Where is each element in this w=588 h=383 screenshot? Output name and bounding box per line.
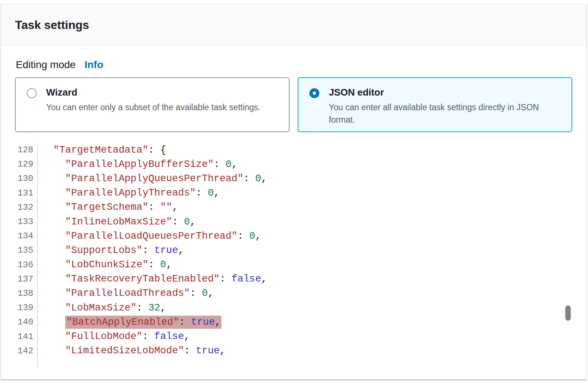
indent [41, 259, 65, 270]
code-text: "LobMaxSize": 32, [38, 302, 166, 313]
json-value: 0 [202, 288, 207, 299]
editor-line[interactable]: 137 "TaskRecoveryTableEnabled": false, [15, 272, 572, 286]
json-key: "ParallelLoadQueuesPerThread" [65, 231, 238, 242]
panel-body: Editing mode Info Wizard You can enter o… [1, 46, 586, 367]
code-text: "ParallelApplyBufferSize": 0, [38, 159, 238, 170]
highlighted-token: "BatchApplyEnabled": true, [65, 316, 221, 329]
code-text: "LobChunkSize": 0, [38, 259, 172, 270]
editor-line[interactable]: 128 "TargetMetadata": { [15, 143, 572, 157]
json-separator: : [179, 317, 191, 328]
line-number: 130 [15, 171, 38, 186]
indent [41, 231, 65, 242]
editor-line[interactable]: 141 "FullLobMode": false, [15, 329, 572, 343]
line-number: 128 [15, 143, 38, 157]
task-settings-panel: Task settings Editing mode Info Wizard Y… [1, 4, 587, 380]
indent [41, 317, 65, 328]
editor-line[interactable]: 139 "LobMaxSize": 32, [15, 301, 572, 315]
json-value: 0 [184, 216, 190, 227]
json-comma: , [166, 259, 172, 270]
token-group: "ParallelApplyQueuesPerThread": 0, [65, 173, 267, 184]
code-text: "TargetSchema": "", [38, 202, 178, 213]
token-group: "LimitedSizeLobMode": true, [65, 345, 225, 356]
json-comma: , [160, 302, 166, 313]
json-editor-tile-description: You can enter all available task setting… [329, 101, 556, 126]
json-editor-radio-icon[interactable] [309, 88, 319, 98]
line-number: 138 [15, 286, 38, 301]
vertical-scrollbar-thumb[interactable] [565, 305, 571, 321]
editor-line[interactable]: 134 "ParallelLoadQueuesPerThread": 0, [15, 229, 572, 243]
json-separator: : [214, 159, 225, 170]
token-group: "ParallelLoadQueuesPerThread": 0, [65, 231, 261, 242]
code-text: "TargetMetadata": { [38, 145, 166, 156]
token-group: "TaskRecoveryTableEnabled": false, [65, 274, 267, 285]
editor-line[interactable]: 129 "ParallelApplyBufferSize": 0, [15, 157, 572, 171]
panel-header: Task settings [1, 4, 586, 46]
indent [41, 173, 65, 184]
token-group: "ParallelApplyBufferSize": 0, [65, 159, 238, 170]
code-text: "TaskRecoveryTableEnabled": false, [38, 274, 267, 285]
json-value: false [154, 331, 184, 342]
json-key: "LobChunkSize" [65, 259, 148, 270]
editor-line[interactable]: 140 "BatchApplyEnabled": true, [15, 315, 572, 329]
code-text: "ParallelLoadQueuesPerThread": 0, [38, 231, 261, 242]
info-link[interactable]: Info [84, 59, 103, 71]
indent [41, 187, 65, 198]
json-comma: , [190, 216, 196, 227]
line-number: 136 [15, 258, 38, 272]
wizard-tile-title: Wizard [46, 87, 261, 98]
line-number: 137 [15, 272, 38, 286]
token-group: "LobChunkSize": 0, [65, 259, 172, 270]
json-comma: , [214, 187, 220, 198]
json-code-editor[interactable]: 128 "TargetMetadata": {129 "ParallelAppl… [15, 143, 572, 367]
tile-wizard[interactable]: Wizard You can enter only a subset of th… [15, 77, 290, 132]
json-key: "ParallelLoadThreads" [65, 288, 190, 299]
json-value: 32 [148, 302, 160, 313]
json-comma: , [220, 345, 225, 356]
json-key: "BatchApplyEnabled" [66, 317, 179, 328]
editor-line[interactable]: 130 "ParallelApplyQueuesPerThread": 0, [15, 171, 572, 186]
line-number: 132 [15, 200, 38, 215]
indent [41, 202, 65, 213]
code-text: "InlineLobMaxSize": 0, [38, 216, 196, 227]
token-group: "FullLobMode": false, [65, 331, 190, 342]
json-value: true [191, 317, 215, 328]
json-key: "InlineLobMaxSize" [65, 216, 172, 227]
editor-line[interactable]: 131 "ParallelApplyThreads": 0, [15, 186, 572, 200]
json-separator: : [238, 231, 249, 242]
json-key: "TargetSchema" [65, 202, 148, 213]
code-text: "ParallelLoadThreads": 0, [38, 288, 214, 299]
wizard-radio-icon[interactable] [27, 88, 37, 98]
indent [41, 331, 65, 342]
json-value: { [160, 145, 166, 156]
json-separator: : [148, 259, 160, 270]
tile-json-editor[interactable]: JSON editor You can enter all available … [298, 77, 572, 132]
json-comma: , [208, 288, 214, 299]
json-comma: , [178, 245, 184, 256]
token-group: "TargetMetadata": { [53, 145, 166, 156]
json-separator: : [190, 288, 202, 299]
json-separator: : [220, 274, 231, 285]
token-group: "ParallelApplyThreads": 0, [65, 187, 220, 198]
token-group: "LobMaxSize": 32, [65, 302, 166, 313]
editor-line[interactable]: 138 "ParallelLoadThreads": 0, [15, 286, 572, 301]
editor-line[interactable]: 132 "TargetSchema": "", [15, 200, 572, 215]
editor-line[interactable]: 135 "SupportLobs": true, [15, 243, 572, 257]
page-title: Task settings [15, 18, 89, 32]
editor-line[interactable]: 133 "InlineLobMaxSize": 0, [15, 215, 572, 229]
json-key: "ParallelApplyBufferSize" [65, 159, 214, 170]
editor-line[interactable]: 136 "LobChunkSize": 0, [15, 258, 572, 272]
json-separator: : [172, 216, 184, 227]
json-separator: : [196, 187, 207, 198]
token-group: "SupportLobs": true, [65, 245, 184, 256]
line-number: 141 [15, 329, 38, 343]
json-separator: : [142, 331, 154, 342]
code-text: "LimitedSizeLobMode": true, [38, 345, 225, 356]
json-value: 0 [249, 231, 255, 242]
json-value: 0 [208, 187, 214, 198]
json-key: "SupportLobs" [65, 245, 143, 256]
json-value: "" [160, 202, 172, 213]
json-separator: : [243, 173, 255, 184]
editor-line[interactable]: 142 "LimitedSizeLobMode": true, [15, 344, 572, 358]
json-value: true [196, 345, 220, 356]
line-number: 139 [15, 301, 38, 315]
